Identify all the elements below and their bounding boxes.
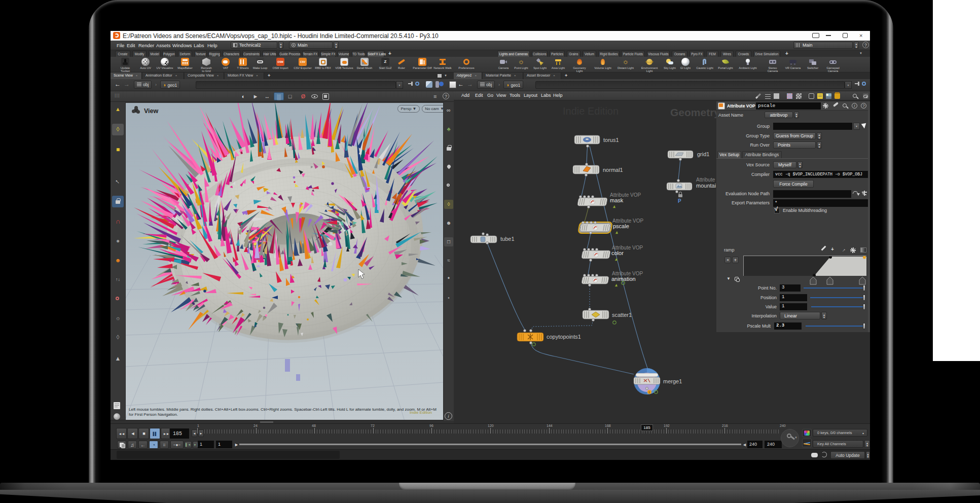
svg-text:animation: animation (611, 276, 636, 282)
svg-text:Geometry: Geometry (670, 106, 720, 118)
svg-text:grid1: grid1 (697, 151, 709, 157)
svg-text:copytopoints1: copytopoints1 (547, 334, 581, 340)
svg-text:color: color (611, 250, 624, 256)
svg-text:Attribute: Attribute (696, 177, 715, 183)
svg-text:mountai: mountai (696, 183, 716, 189)
svg-text:mask: mask (610, 197, 624, 203)
svg-text:Indie Edition: Indie Edition (563, 105, 619, 117)
svg-text:pscale: pscale (613, 223, 629, 229)
svg-text:merge1: merge1 (663, 378, 682, 384)
svg-text:P: P (678, 198, 681, 204)
svg-text:tube1: tube1 (500, 236, 515, 242)
svg-text:scatter1: scatter1 (612, 312, 632, 318)
svg-text:torus1: torus1 (603, 137, 619, 143)
svg-text:normal1: normal1 (603, 167, 623, 173)
svg-text:!: ! (649, 391, 650, 394)
